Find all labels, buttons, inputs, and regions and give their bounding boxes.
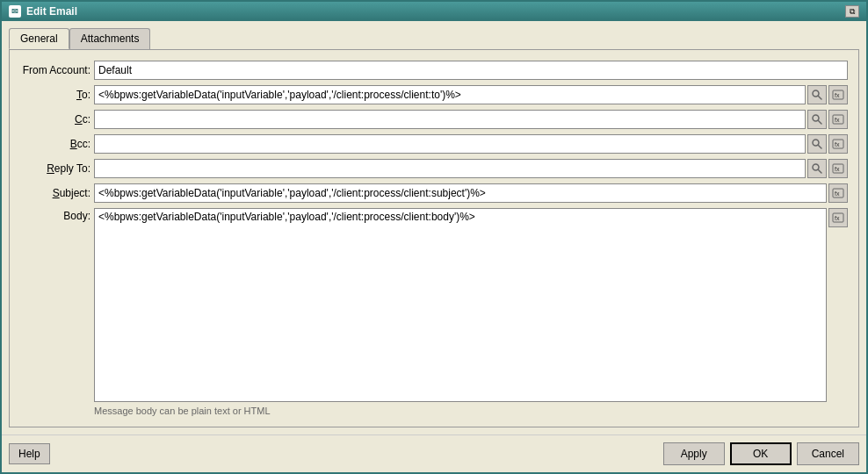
reply-to-row: Reply To: fx xyxy=(20,159,848,178)
title-bar: ✉ Edit Email ⧉ xyxy=(2,2,866,21)
reply-to-search-button[interactable] xyxy=(807,159,827,178)
to-row: To: fx xyxy=(20,85,848,104)
cc-row: Cc: fx xyxy=(20,110,848,129)
window-content: General Attachments From Account: To: xyxy=(2,21,866,434)
svg-point-8 xyxy=(813,140,819,146)
bcc-search-button[interactable] xyxy=(807,134,827,154)
cc-input[interactable] xyxy=(94,110,806,129)
reply-to-input[interactable] xyxy=(94,159,806,178)
to-search-button[interactable] xyxy=(807,85,827,104)
svg-point-12 xyxy=(813,164,819,170)
bcc-input[interactable] xyxy=(94,134,806,154)
subject-input[interactable] xyxy=(94,183,827,203)
cc-search-button[interactable] xyxy=(807,110,827,129)
subject-row: Subject: fx xyxy=(20,183,848,203)
ok-button[interactable]: OK xyxy=(730,442,792,465)
svg-text:fx: fx xyxy=(835,166,840,172)
svg-text:fx: fx xyxy=(835,141,840,147)
bcc-row: Bcc: fx xyxy=(20,134,848,154)
svg-text:fx: fx xyxy=(835,92,840,98)
cancel-button[interactable]: Cancel xyxy=(797,442,859,465)
restore-button[interactable]: ⧉ xyxy=(845,5,859,18)
subject-label: Subject: xyxy=(20,187,90,199)
svg-line-13 xyxy=(819,170,822,174)
to-variable-button[interactable]: fx xyxy=(828,85,848,104)
from-account-input[interactable] xyxy=(94,61,848,80)
to-input[interactable] xyxy=(94,85,806,104)
from-account-label: From Account: xyxy=(20,64,90,76)
cc-label: Cc: xyxy=(20,113,90,126)
cc-variable-button[interactable]: fx xyxy=(828,110,848,129)
body-textarea[interactable] xyxy=(94,208,827,402)
svg-line-9 xyxy=(819,146,822,149)
body-row: Body: fx xyxy=(20,208,848,402)
tab-general[interactable]: General xyxy=(9,28,69,49)
svg-line-1 xyxy=(819,97,822,100)
to-label: To: xyxy=(20,89,90,101)
bcc-label: Bcc: xyxy=(20,138,90,150)
tabs: General Attachments xyxy=(9,28,859,49)
window-title: Edit Email xyxy=(26,5,77,18)
reply-to-variable-button[interactable]: fx xyxy=(828,159,848,178)
svg-text:fx: fx xyxy=(835,215,840,221)
body-variable-button[interactable]: fx xyxy=(828,208,848,227)
apply-button[interactable]: Apply xyxy=(663,442,725,465)
svg-text:fx: fx xyxy=(835,117,840,123)
body-hint: Message body can be plain text or HTML xyxy=(20,406,848,416)
body-section: Body: fx Message body can be plain text … xyxy=(20,208,848,416)
tab-attachments[interactable]: Attachments xyxy=(69,28,151,49)
svg-text:fx: fx xyxy=(835,190,840,197)
svg-point-0 xyxy=(813,90,819,97)
window-icon: ✉ xyxy=(9,5,21,18)
body-label: Body: xyxy=(20,208,90,222)
edit-email-window: ✉ Edit Email ⧉ General Attachments From … xyxy=(0,0,868,474)
reply-to-label: Reply To: xyxy=(20,162,90,175)
from-account-row: From Account: xyxy=(20,61,848,80)
svg-line-5 xyxy=(819,121,822,125)
to-label-text: To: xyxy=(76,89,90,101)
footer: Help Apply OK Cancel xyxy=(2,434,866,472)
help-button[interactable]: Help xyxy=(9,443,50,464)
svg-point-4 xyxy=(813,115,819,121)
tab-content-general: From Account: To: xyxy=(9,49,859,427)
subject-variable-button[interactable]: fx xyxy=(828,183,848,203)
bcc-variable-button[interactable]: fx xyxy=(828,134,848,154)
